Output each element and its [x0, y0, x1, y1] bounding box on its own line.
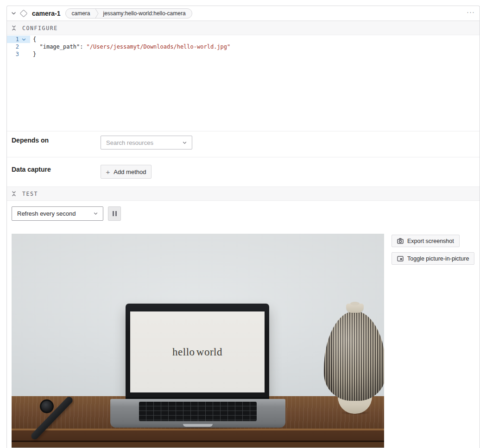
card-menu-button[interactable]: ···: [467, 7, 475, 17]
picture-in-picture-icon: [397, 256, 404, 261]
resource-config-page: camera-1 camera jessamy:hello-world:hell…: [0, 0, 480, 448]
json-key: "image_path": [39, 44, 80, 50]
camera-icon: [397, 238, 404, 244]
line-number: 1: [7, 36, 19, 43]
collapse-configure-icon[interactable]: [11, 25, 17, 31]
test-section-bar: TEST: [7, 187, 480, 201]
editor-gutter: 1: [7, 36, 30, 43]
toggle-pip-button[interactable]: Toggle picture-in-picture: [392, 252, 474, 265]
chevron-down-icon: [93, 211, 98, 216]
fold-chevron-icon[interactable]: [19, 37, 28, 42]
toggle-pip-label: Toggle picture-in-picture: [407, 255, 469, 262]
refresh-rate-select[interactable]: Refresh every second: [12, 206, 103, 221]
data-capture-label: Data capture: [12, 166, 51, 173]
editor-gutter: 2: [7, 43, 30, 50]
plus-icon: +: [106, 168, 110, 176]
resource-type-badge: camera jessamy:hello-world:hello-camera: [65, 8, 192, 19]
camera-feed-image: hello world: [12, 234, 384, 448]
resource-header: camera-1 camera jessamy:hello-world:hell…: [7, 6, 480, 21]
pause-refresh-button[interactable]: [108, 206, 121, 221]
json-config-editor[interactable]: 1 { 2 "image_path": "/Users/jessamyt/Dow…: [7, 36, 480, 131]
badge-separator-icon: [95, 8, 99, 19]
collapse-card-chevron-icon[interactable]: [11, 10, 17, 16]
resource-title: camera-1: [32, 10, 61, 17]
laptop-screen: hello world: [126, 304, 269, 398]
striped-vase: [324, 304, 384, 417]
resource-card: camera-1 camera jessamy:hello-world:hell…: [6, 6, 480, 448]
section-divider: [7, 157, 480, 157]
collapse-test-icon[interactable]: [11, 191, 17, 197]
badge-type-label: camera: [66, 10, 95, 17]
section-divider: [7, 131, 480, 131]
code-text: }: [30, 50, 36, 58]
laptop-keyboard: [110, 399, 285, 428]
badge-model-label: jessamy:hello-world:hello-camera: [99, 10, 192, 17]
depends-on-select[interactable]: Search resources: [101, 136, 192, 149]
export-screenshot-label: Export screenshot: [407, 238, 454, 244]
laptop-screen-text: hello world: [172, 346, 222, 358]
test-section-label: TEST: [22, 191, 38, 197]
wrist-watch: [16, 393, 81, 444]
chevron-down-icon: [182, 140, 187, 145]
code-line: 1 {: [7, 36, 480, 43]
code-text: "image_path": "/Users/jessamyt/Downloads…: [30, 43, 230, 50]
export-screenshot-button[interactable]: Export screenshot: [392, 235, 460, 247]
depends-on-label: Depends on: [12, 137, 49, 144]
editor-gutter: 3: [7, 50, 30, 58]
code-text: {: [30, 36, 36, 43]
refresh-rate-value: Refresh every second: [17, 210, 76, 217]
pause-icon: [113, 211, 114, 216]
component-diamond-icon: [20, 9, 28, 17]
add-method-label: Add method: [114, 168, 146, 175]
laptop: hello world: [110, 304, 285, 429]
line-number: 2: [7, 43, 19, 50]
code-line: 2 "image_path": "/Users/jessamyt/Downloa…: [7, 43, 480, 50]
depends-on-placeholder: Search resources: [106, 139, 153, 146]
json-string-value: "/Users/jessamyt/Downloads/hello-world.j…: [87, 44, 231, 50]
add-method-button[interactable]: + Add method: [101, 165, 152, 179]
configure-section-label: CONFIGURE: [22, 25, 58, 31]
code-line: 3 }: [7, 50, 480, 58]
line-number: 3: [7, 50, 19, 58]
configure-section-bar: CONFIGURE: [7, 21, 480, 35]
